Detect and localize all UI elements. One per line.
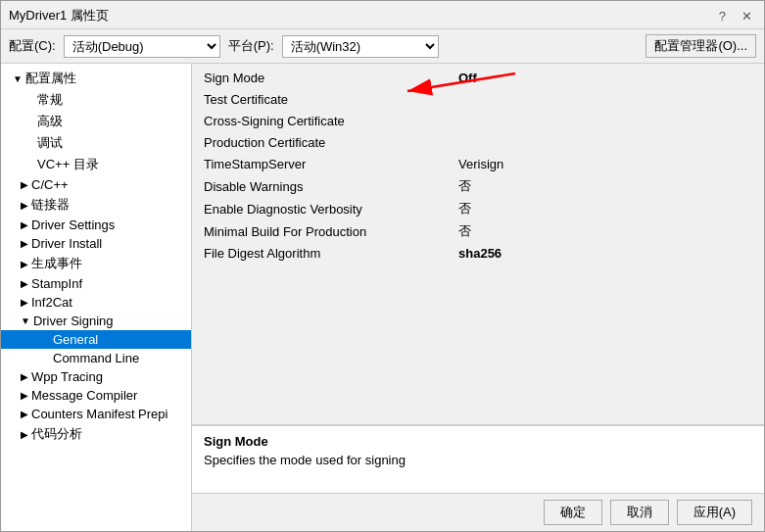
main-content: ▼配置属性常规高级调试VC++ 目录▶C/C++▶链接器▶Driver Sett…: [1, 64, 764, 531]
sidebar-item-debug[interactable]: 调试: [1, 132, 191, 154]
sidebar-label: Counters Manifest Prepi: [31, 407, 167, 421]
sidebar-item-inf2cat[interactable]: ▶Inf2Cat: [1, 293, 191, 312]
description-text: Specifies the mode used for signing: [204, 453, 752, 467]
prop-value: Verisign: [458, 157, 503, 171]
chevron-right-icon: ▶: [21, 429, 28, 440]
ok-button[interactable]: 确定: [544, 500, 602, 525]
sidebar-label: Command Line: [53, 351, 139, 365]
sidebar-item-config-props[interactable]: ▼配置属性: [1, 68, 191, 89]
config-manager-button[interactable]: 配置管理器(O)...: [645, 34, 756, 58]
table-row[interactable]: Test Certificate: [192, 89, 764, 111]
table-row[interactable]: Disable Warnings否: [192, 175, 764, 198]
sidebar-item-c-cpp[interactable]: ▶C/C++: [1, 175, 191, 194]
right-panel: Sign ModeOffTest CertificateCross-Signin…: [192, 64, 764, 531]
chevron-right-icon: ▶: [21, 297, 28, 308]
prop-value: 否: [458, 222, 471, 240]
table-row[interactable]: Cross-Signing Certificate: [192, 111, 764, 132]
chevron-down-icon: ▼: [13, 73, 23, 84]
platform-select[interactable]: 活动(Win32): [282, 35, 439, 58]
config-select[interactable]: 活动(Debug): [64, 35, 220, 58]
table-row[interactable]: Minimal Build For Production否: [192, 220, 764, 243]
config-label: 配置(C):: [9, 37, 56, 55]
prop-name: TimeStampServer: [204, 157, 458, 171]
bottom-bar: 确定 取消 应用(A): [192, 493, 764, 531]
sidebar-item-driver-settings[interactable]: ▶Driver Settings: [1, 216, 191, 234]
chevron-right-icon: ▶: [21, 409, 28, 419]
sidebar-item-vc-dirs[interactable]: VC++ 目录: [1, 154, 191, 175]
prop-name: Enable Diagnostic Verbosity: [204, 202, 458, 217]
sidebar-label: Message Compiler: [31, 388, 137, 403]
prop-name: Cross-Signing Certificate: [204, 114, 458, 128]
prop-value: sha256: [458, 246, 502, 261]
apply-button[interactable]: 应用(A): [677, 500, 752, 525]
table-row[interactable]: TimeStampServerVerisign: [192, 154, 764, 175]
sidebar-label: C/C++: [31, 177, 69, 192]
sidebar-label: StampInf: [31, 276, 82, 291]
sidebar-item-stamp-inf[interactable]: ▶StampInf: [1, 274, 191, 293]
sidebar-label: 生成事件: [31, 255, 82, 272]
description-area: Sign Mode Specifies the mode used for si…: [192, 424, 764, 493]
sidebar-item-wpp-tracing[interactable]: ▶Wpp Tracing: [1, 367, 191, 386]
platform-label: 平台(P):: [228, 37, 274, 55]
sidebar-item-gen-event[interactable]: ▶生成事件: [1, 253, 191, 274]
sidebar-label: 链接器: [31, 196, 70, 214]
table-row[interactable]: Sign ModeOff: [192, 68, 764, 89]
help-button[interactable]: ?: [715, 9, 730, 24]
sidebar-label: Wpp Tracing: [31, 369, 103, 384]
window-title: MyDriver1 属性页: [9, 7, 109, 24]
sidebar-item-command-line[interactable]: Command Line: [1, 349, 191, 367]
sidebar-item-advanced[interactable]: 高级: [1, 111, 191, 132]
sidebar-label: Driver Settings: [31, 218, 115, 232]
prop-name: File Digest Algorithm: [204, 246, 458, 261]
sidebar-item-counters-manifest[interactable]: ▶Counters Manifest Prepi: [1, 405, 191, 423]
chevron-right-icon: ▶: [21, 238, 28, 249]
sidebar-label: 代码分析: [31, 425, 82, 443]
toolbar: 配置(C): 活动(Debug) 平台(P): 活动(Win32) 配置管理器(…: [1, 29, 764, 64]
sidebar-label: Inf2Cat: [31, 295, 72, 310]
prop-value: Off: [458, 71, 477, 85]
prop-name: Test Certificate: [204, 92, 458, 107]
cancel-button[interactable]: 取消: [610, 500, 669, 525]
sidebar-item-linker[interactable]: ▶链接器: [1, 194, 191, 216]
sidebar-label: Driver Signing: [33, 314, 114, 328]
table-row[interactable]: Production Certificate: [192, 132, 764, 154]
prop-value: 否: [458, 200, 471, 218]
chevron-right-icon: ▶: [21, 278, 28, 289]
chevron-right-icon: ▶: [21, 259, 28, 269]
chevron-right-icon: ▶: [21, 179, 28, 190]
chevron-right-icon: ▶: [21, 371, 28, 382]
chevron-right-icon: ▶: [21, 200, 28, 211]
sidebar-label: 常规: [37, 91, 63, 109]
sidebar: ▼配置属性常规高级调试VC++ 目录▶C/C++▶链接器▶Driver Sett…: [1, 64, 192, 531]
prop-value: 否: [458, 177, 471, 195]
chevron-down-icon: ▼: [21, 315, 30, 326]
sidebar-item-code-analysis[interactable]: ▶代码分析: [1, 423, 191, 445]
sidebar-label: VC++ 目录: [37, 156, 99, 173]
sidebar-label: 调试: [37, 134, 63, 152]
sidebar-item-driver-install[interactable]: ▶Driver Install: [1, 234, 191, 253]
sidebar-item-normal[interactable]: 常规: [1, 89, 191, 111]
properties-area: Sign ModeOffTest CertificateCross-Signin…: [192, 64, 764, 424]
title-bar-controls: ? ✕: [715, 9, 756, 24]
description-title: Sign Mode: [204, 434, 752, 449]
sidebar-item-driver-signing[interactable]: ▼Driver Signing: [1, 312, 191, 330]
sidebar-item-message-compiler[interactable]: ▶Message Compiler: [1, 386, 191, 405]
sidebar-label: General: [53, 332, 98, 347]
prop-name: Sign Mode: [204, 71, 458, 85]
chevron-right-icon: ▶: [21, 390, 28, 401]
sidebar-item-general[interactable]: General: [1, 330, 191, 349]
main-window: MyDriver1 属性页 ? ✕ 配置(C): 活动(Debug) 平台(P)…: [0, 0, 765, 532]
prop-name: Disable Warnings: [204, 179, 458, 194]
chevron-right-icon: ▶: [21, 219, 28, 230]
table-row[interactable]: Enable Diagnostic Verbosity否: [192, 198, 764, 220]
prop-name: Minimal Build For Production: [204, 224, 458, 239]
prop-name: Production Certificate: [204, 135, 458, 150]
table-row[interactable]: File Digest Algorithmsha256: [192, 243, 764, 265]
sidebar-label: Driver Install: [31, 236, 102, 251]
sidebar-label: 高级: [37, 113, 63, 130]
close-button[interactable]: ✕: [738, 9, 756, 24]
title-bar: MyDriver1 属性页 ? ✕: [1, 1, 764, 29]
sidebar-label: 配置属性: [25, 70, 76, 87]
